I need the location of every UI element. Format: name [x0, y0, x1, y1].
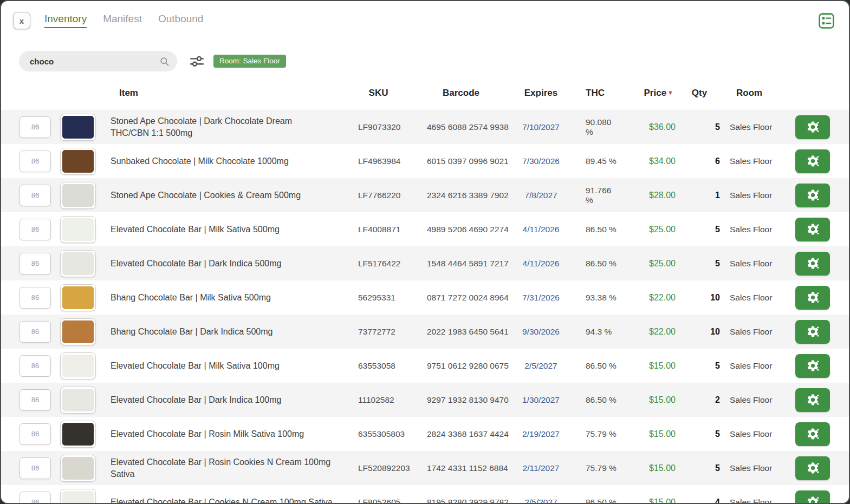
item-expires: 2/5/2027: [512, 498, 569, 504]
search-box[interactable]: [19, 51, 177, 71]
item-qty: 5: [678, 361, 721, 371]
item-sku: 6355305803: [347, 429, 410, 439]
eighty-six-button[interactable]: 86: [20, 492, 51, 504]
column-header-sku[interactable]: SKU: [347, 88, 410, 99]
item-barcode: 2324 6216 3389 7902: [410, 191, 512, 200]
column-header-qty[interactable]: Qty: [678, 88, 721, 99]
item-name: Elevated Chocolate Bar | Rosin Milk Sati…: [102, 428, 347, 440]
product-thumbnail[interactable]: [60, 114, 96, 141]
product-thumbnail[interactable]: [60, 352, 96, 379]
item-room: Sales Floor: [721, 498, 789, 504]
tab-outbound[interactable]: Outbound: [158, 13, 203, 28]
price-header-label: Price: [644, 88, 667, 98]
inventory-settings-button[interactable]: [818, 12, 835, 29]
eighty-six-button[interactable]: 86: [20, 287, 51, 309]
item-room: Sales Floor: [721, 122, 789, 132]
eighty-six-button[interactable]: 86: [20, 253, 51, 274]
item-name: Elevated Chocolate Bar | Rosin Cookies N…: [102, 456, 347, 479]
product-image: [62, 423, 94, 446]
product-thumbnail[interactable]: [60, 284, 96, 311]
item-expires: 9/30/2026: [512, 327, 569, 337]
gear-icon: [806, 393, 820, 407]
column-header-thc[interactable]: THC: [569, 88, 621, 99]
eighty-six-button[interactable]: 86: [20, 219, 51, 240]
filter-button[interactable]: [189, 54, 205, 69]
eighty-six-button[interactable]: 86: [20, 185, 51, 206]
column-header-price[interactable]: Price▼: [621, 88, 678, 99]
row-actions-button[interactable]: [795, 218, 830, 241]
column-header-barcode[interactable]: Barcode: [410, 88, 512, 99]
item-thc: 75.79 %: [569, 463, 621, 473]
table-row: 86 Bhang Chocolate Bar | Milk Sativa 500…: [1, 280, 849, 315]
item-room: Sales Floor: [721, 463, 789, 473]
product-image: [62, 252, 94, 275]
eighty-six-button[interactable]: 86: [20, 423, 51, 445]
row-actions-button[interactable]: [795, 252, 830, 276]
gear-icon: [806, 257, 820, 270]
item-qty: 10: [678, 327, 721, 337]
item-price: $25.00: [621, 259, 678, 269]
item-thc: 86.50 %: [569, 259, 621, 269]
row-actions-button[interactable]: [795, 490, 830, 504]
product-thumbnail[interactable]: [60, 182, 96, 209]
row-actions-button[interactable]: [795, 320, 830, 344]
eighty-six-button[interactable]: 86: [20, 116, 51, 138]
row-actions-button[interactable]: [795, 149, 830, 173]
item-qty: 5: [678, 225, 721, 234]
item-expires: 2/19/2027: [512, 429, 569, 439]
product-thumbnail[interactable]: [60, 250, 96, 277]
row-actions-button[interactable]: [795, 115, 830, 139]
row-actions-button[interactable]: [795, 388, 830, 412]
product-thumbnail[interactable]: [60, 387, 96, 414]
item-name: Stoned Ape Chocolate | Dark Chocolate Dr…: [102, 115, 347, 138]
item-price: $28.00: [621, 191, 678, 200]
eighty-six-button[interactable]: 86: [20, 150, 51, 172]
room-filter-badge[interactable]: Room: Sales Floor: [213, 55, 286, 68]
item-thc: 86.50 %: [569, 225, 621, 234]
item-barcode: 2824 3368 1637 4424: [410, 429, 512, 439]
search-input[interactable]: [30, 57, 159, 66]
tab-inventory[interactable]: Inventory: [44, 13, 87, 28]
tab-manifest[interactable]: Manifest: [103, 13, 142, 28]
column-header-room[interactable]: Room: [721, 88, 789, 99]
product-image: [62, 116, 94, 139]
item-expires: 1/30/2027: [512, 395, 569, 405]
item-thc: 94.3 %: [569, 327, 621, 337]
eighty-six-button[interactable]: 86: [20, 457, 51, 479]
item-qty: 6: [678, 156, 721, 166]
row-actions-button[interactable]: [795, 184, 830, 207]
item-sku: LF7766220: [347, 191, 410, 200]
item-price: $34.00: [621, 156, 678, 166]
column-header-expires[interactable]: Expires: [512, 88, 569, 99]
item-room: Sales Floor: [721, 327, 789, 337]
row-actions-button[interactable]: [795, 422, 830, 446]
product-image: [62, 320, 94, 343]
eighty-six-button[interactable]: 86: [20, 389, 51, 411]
gear-icon: [806, 461, 820, 475]
product-image: [62, 355, 94, 377]
table-row: 86 Elevated Chocolate Bar | Rosin Cookie…: [1, 451, 849, 485]
gear-icon: [806, 222, 820, 236]
eighty-six-button[interactable]: 86: [20, 321, 51, 343]
row-actions-button[interactable]: [795, 456, 830, 480]
row-actions-button[interactable]: [795, 286, 830, 310]
product-thumbnail[interactable]: [60, 455, 96, 482]
product-thumbnail[interactable]: [60, 216, 96, 243]
row-actions-button[interactable]: [795, 354, 830, 378]
close-button[interactable]: x: [13, 12, 30, 29]
item-qty: 5: [678, 429, 721, 439]
product-thumbnail[interactable]: [60, 148, 96, 175]
product-thumbnail[interactable]: [60, 318, 96, 345]
product-thumbnail[interactable]: [60, 421, 96, 448]
item-qty: 2: [678, 395, 721, 405]
item-barcode: 0871 7272 0024 8964: [410, 293, 512, 303]
item-sku: LF4963984: [347, 156, 410, 166]
eighty-six-button[interactable]: 86: [20, 355, 51, 377]
item-thc: 89.45 %: [569, 156, 621, 166]
column-header-item[interactable]: Item: [102, 88, 347, 99]
app-window: x Inventory Manifest Outbound: [0, 0, 850, 504]
list-settings-icon: [818, 12, 835, 29]
product-thumbnail[interactable]: [60, 489, 96, 504]
item-barcode: 8195 8280 3929 9782: [410, 498, 512, 504]
item-name: Sunbaked Chocolate | Milk Chocolate 1000…: [102, 155, 347, 167]
